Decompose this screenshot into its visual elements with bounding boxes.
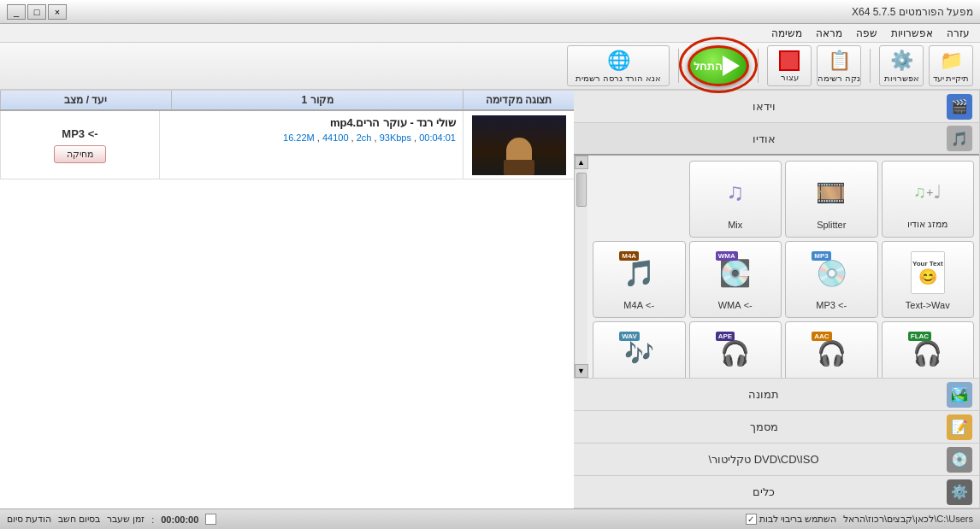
minimize-button[interactable]: _ (7, 4, 26, 20)
tools-icon: ⚙️ (947, 479, 972, 505)
audio-label: אודיו (581, 132, 947, 145)
tool-mix[interactable]: ♫ Mix (689, 161, 782, 238)
computer-power-label: בסיום חשב (58, 514, 100, 525)
td-preview (463, 111, 574, 179)
clear-list-button[interactable]: 📋 נקה רשימה (817, 45, 861, 86)
separator-colon: : (151, 514, 154, 525)
th-status: יעד / מצב (0, 91, 171, 109)
maximize-button[interactable]: □ (27, 4, 46, 20)
to-wma-icon: WMA 💽 (714, 250, 757, 297)
td-target: -> MP3 מחיקה (0, 111, 159, 179)
tool-text-wav[interactable]: Your Text 😊 Text->Wav (882, 241, 975, 318)
tool-splitter[interactable]: 🎞️ ♪ Splitter (785, 161, 878, 238)
to-aac-icon: AAC 🎧 (810, 330, 853, 377)
menu-help[interactable]: עזרה (940, 26, 977, 41)
splitter-label: Splitter (817, 220, 846, 230)
menu-options[interactable]: אפשרויות (884, 26, 940, 41)
tools-scroll-wrapper: ♩ + ♫ ממזג אודיו 🎞️ ♪ Splitter (574, 156, 979, 378)
table-header: תצוגה מקדימה מקור 1 יעד / מצב (0, 91, 574, 111)
status-left: C:\Users\לכאן\קבצים\רכוז\הראל השתמש בריב… (746, 514, 973, 525)
tool-to-wma[interactable]: WMA 💽 -> WMA (689, 241, 782, 318)
menu-view[interactable]: מראה (809, 26, 849, 41)
tools-scrollbar[interactable]: ▲ ▼ (574, 156, 587, 378)
time-left-label: זמן שעבר (107, 514, 145, 525)
tool-to-wav[interactable]: WAV 🎶 -> WAV (593, 321, 686, 378)
finish-time-label: הודעת סיום (7, 514, 51, 525)
source-info: 16.22M , 44100 , 2ch , 93Kbps , 00:04:01 (167, 132, 456, 143)
tools-grid: ♩ + ♫ ממזג אודיו 🎞️ ♪ Splitter (587, 156, 979, 378)
image-section[interactable]: 🏞️ תמונה (574, 379, 979, 411)
close-button[interactable]: × (48, 4, 67, 20)
stop-label: עצור (781, 73, 799, 82)
time-checkbox[interactable] (205, 514, 216, 525)
title-bar: מפעל הפורמטים X64 5.7.5 _ □ × (0, 0, 980, 24)
source-bitrate: 93Kbps (380, 132, 411, 143)
disc-icon: 💿 (947, 447, 972, 473)
tool-to-m4a[interactable]: M4A 🎵 -> M4A (593, 241, 686, 318)
delete-button[interactable]: מחיקה (54, 145, 106, 163)
splitter-icon: 🎞️ ♪ (810, 169, 853, 216)
menu-task[interactable]: משימה (765, 26, 809, 41)
target-folder-label: תיקיית יעד (933, 73, 970, 83)
to-wav-icon: WAV 🎶 (617, 330, 660, 377)
tool-to-mp3[interactable]: MP3 💿 -> MP3 (785, 241, 878, 318)
target-format: -> MP3 (62, 127, 97, 140)
menu-language[interactable]: שפה (849, 26, 884, 41)
time-value: 00:00:00 (161, 514, 198, 525)
tool-to-aac[interactable]: AAC 🎧 -> AAC (785, 321, 878, 378)
table-row: שולי רנד - עוקר הרים.mp4 16.22M , 44100 … (0, 111, 574, 179)
title-text: מפעל הפורמטים X64 5.7.5 (852, 6, 973, 18)
tools-label: כלים (581, 485, 947, 498)
th-preview: תצוגה מקדימה (463, 91, 574, 109)
tools-grid-container: ♩ + ♫ ממזג אודיו 🎞️ ♪ Splitter (587, 156, 979, 378)
doc-label: מסמך (581, 420, 947, 433)
disc-section[interactable]: 💿 DVD\CD\ISO טקליטור\ (574, 444, 979, 476)
checkbox-check: ✓ (747, 514, 754, 524)
td-source: שולי רנד - עוקר הרים.mp4 16.22M , 44100 … (159, 111, 463, 179)
to-mp3-label: -> MP3 (816, 300, 847, 310)
scroll-track[interactable] (576, 169, 587, 364)
th-source: מקור 1 (171, 91, 463, 109)
download-button[interactable]: 🌐 אנא הורד גרסה רשמית (567, 45, 670, 86)
merge-audio-label: ממזג אודיו (907, 219, 948, 230)
source-size: 16.22M (283, 132, 315, 143)
scroll-thumb[interactable] (576, 173, 587, 207)
right-panel: תצוגה מקדימה מקור 1 יעד / מצב (0, 91, 574, 508)
start-button-wrap: התחל (688, 45, 749, 86)
image-label: תמונה (581, 388, 947, 401)
status-path: C:\Users\לכאן\קבצים\רכוז\הראל (843, 514, 973, 525)
source-duration: 00:04:01 (419, 132, 456, 143)
to-mp3-icon: MP3 💿 (810, 250, 853, 297)
tool-merge-audio[interactable]: ♩ + ♫ ממזג אודיו (882, 161, 975, 238)
preview-thumbnail (472, 115, 566, 175)
scroll-up-arrow[interactable]: ▲ (575, 156, 588, 169)
video-section[interactable]: 🎬 וידאו (574, 91, 979, 123)
text-wav-label: Text->Wav (906, 300, 950, 310)
use-desktop-checkbox[interactable]: ✓ (746, 514, 757, 525)
table-body: שולי רנד - עוקר הרים.mp4 16.22M , 44100 … (0, 111, 574, 508)
audio-icon: 🎵 (947, 126, 972, 151)
mix-icon: ♫ (714, 169, 757, 216)
main-area: 🎬 וידאו 🎵 אודיו ♩ + ♫ (0, 91, 980, 508)
options-button[interactable]: ⚙️ אפשרויות (879, 45, 924, 86)
doc-section[interactable]: 📝 מסמך (574, 411, 979, 444)
tool-to-flac[interactable]: FLAC 🎧 -> FLAC (882, 321, 975, 378)
left-panel: 🎬 וידאו 🎵 אודיו ♩ + ♫ (574, 91, 980, 508)
scroll-down-arrow[interactable]: ▼ (575, 364, 588, 378)
stop-button[interactable]: עצור (767, 45, 812, 86)
merge-audio-icon: ♩ + ♫ (906, 168, 949, 215)
gear-icon: ⚙️ (890, 50, 913, 72)
start-button[interactable]: התחל (688, 45, 749, 86)
clear-icon: 📋 (828, 50, 851, 72)
text-wav-icon: Your Text 😊 (906, 250, 949, 297)
toolbar: 📁 תיקיית יעד ⚙️ אפשרויות 📋 נקה רשימה עצו… (0, 43, 980, 91)
source-filename: שולי רנד - עוקר הרים.mp4 (167, 116, 456, 129)
left-panel-bottom: 🏞️ תמונה 📝 מסמך 💿 DVD\CD\ISO טקליטור\ ⚙️ (574, 378, 979, 508)
tools-section[interactable]: ⚙️ כלים (574, 476, 979, 508)
to-ape-icon: APE 🎧 (714, 330, 757, 377)
audio-section[interactable]: 🎵 אודיו (574, 123, 979, 156)
empty-cell-1 (593, 161, 686, 238)
tool-to-ape[interactable]: APE 🎧 -> APE (689, 321, 782, 378)
target-folder-button[interactable]: 📁 תיקיית יעד (929, 45, 973, 86)
video-label: וידאו (581, 100, 947, 113)
